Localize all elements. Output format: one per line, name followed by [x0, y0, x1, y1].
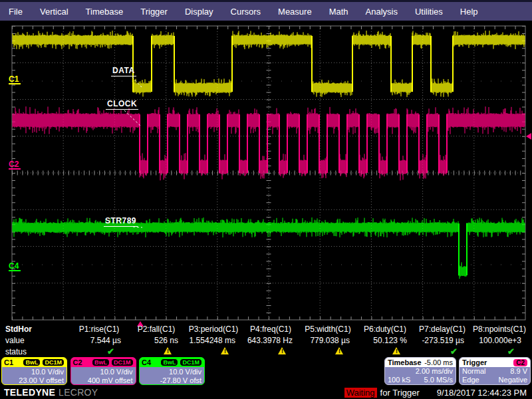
menu-item-file[interactable]: File: [0, 7, 31, 17]
datetime-display: 9/18/2017 12:44:23 PM: [437, 388, 527, 398]
bwl-badge: BwL: [92, 358, 110, 366]
menu-item-measure[interactable]: Measure: [269, 7, 321, 17]
channel-marker-c1[interactable]: C1: [9, 75, 21, 84]
menu-item-timebase[interactable]: Timebase: [77, 7, 132, 17]
dc1m-badge: DC1M: [111, 358, 134, 366]
measurement-value-p8: 100.000e+3: [471, 336, 528, 345]
status-ok-icon: ✔: [450, 346, 458, 356]
trigger-header: Trigger C2: [460, 358, 530, 367]
status-warning-icon: [221, 347, 229, 354]
measurement-param-p4[interactable]: P4:freq(C1): [242, 325, 299, 334]
status-bar: TELEDYNE LECROY Waiting for Trigger 9/18…: [0, 386, 532, 399]
brand-teledyne: TELEDYNE: [4, 387, 55, 398]
measurement-panel: StdHorP1:rise(C1)P2:fall(C1)P3:period(C1…: [0, 323, 532, 357]
trace-annotation-str789: STR789: [104, 216, 138, 227]
brand-lecroy: LECROY: [59, 387, 98, 398]
trigger-level: 8.9 V: [510, 367, 527, 376]
menu-item-math[interactable]: Math: [321, 7, 357, 17]
trigger-level-marker[interactable]: [526, 133, 531, 140]
menu-item-utilities[interactable]: Utilities: [406, 7, 452, 17]
channel-offset: -27.80 V ofst: [142, 376, 201, 385]
measurement-param-p1[interactable]: P1:rise(C1): [70, 325, 128, 334]
menu-item-help[interactable]: Help: [452, 7, 487, 17]
channel-marker-c2[interactable]: C2: [9, 160, 21, 170]
bwl-badge: BwL: [160, 358, 178, 366]
measurement-param-p8[interactable]: P8:npoints(C1): [471, 325, 528, 334]
measurement-param-p6[interactable]: P6:duty(C1): [356, 325, 414, 334]
measure-set-label: StdHor: [0, 325, 70, 334]
channel-id-label: C2: [73, 358, 90, 366]
channel-descriptor-c2[interactable]: C2BwLDC1M10.0 V/div400 mV offset: [70, 357, 136, 385]
trigger-slope: Negative: [499, 376, 527, 384]
measurement-value-p7: -273.519 µs: [414, 336, 471, 345]
trigger-type: Edge: [462, 376, 479, 384]
measurement-param-p3[interactable]: P3:period(C1): [185, 325, 242, 334]
measurement-value-p5: 779.038 µs: [299, 336, 356, 345]
timebase-offset: -5.00 ms: [424, 358, 453, 366]
trace-str789[interactable]: [13, 217, 525, 279]
measurement-value-p6: 50.123 %: [356, 336, 414, 345]
trace-annotation-clock: CLOCK: [106, 99, 138, 110]
channel-id-label: C4: [142, 358, 159, 366]
dc1m-badge: DC1M: [180, 358, 202, 366]
channel-marker-c4[interactable]: C4: [9, 262, 21, 271]
channel-descriptor-c1[interactable]: C1BwLDC1M10.0 V/div23.00 V offset: [1, 357, 67, 385]
channel-vdiv: 10.0 V/div: [5, 368, 64, 376]
menu-item-cursors[interactable]: Cursors: [222, 7, 270, 17]
menu-item-display[interactable]: Display: [176, 7, 222, 17]
measurement-param-p2[interactable]: P2:fall(C1): [128, 325, 185, 334]
timebase-title: Timebase: [388, 358, 422, 366]
descriptor-row: Timebase -5.00 ms 2.00 ms/div 100 kS 5.0…: [0, 357, 532, 385]
status-warning-icon: [392, 347, 400, 354]
trigger-descriptor[interactable]: Trigger C2 Normal 8.9 V Edge Negative: [459, 357, 531, 385]
measurement-param-p7[interactable]: P7:delay(C1): [414, 325, 471, 334]
channel-descriptor-c4[interactable]: C4BwLDC1M10.0 V/div-27.80 V ofst: [139, 357, 205, 385]
bwl-badge: BwL: [23, 358, 41, 366]
dc1m-badge: DC1M: [42, 358, 65, 366]
measurement-value-p1: 7.544 µs: [70, 336, 128, 345]
status-ok-icon: ✔: [507, 346, 515, 356]
measurement-value-p3: 1.554248 ms: [185, 336, 242, 345]
channel-vdiv: 10.0 V/div: [74, 368, 133, 376]
timebase-samples: 100 kS: [388, 376, 410, 384]
trigger-mode: Normal: [462, 367, 485, 376]
menu-item-vertical[interactable]: Vertical: [31, 7, 77, 17]
measurement-value-p2: 526 ns: [128, 336, 185, 345]
status-row-label: status: [0, 347, 70, 356]
channel-id-label: C1: [4, 358, 21, 366]
menu-item-trigger[interactable]: Trigger: [132, 7, 176, 17]
value-row-label: value: [0, 336, 70, 345]
menu-item-analysis[interactable]: Analysis: [357, 7, 406, 17]
timebase-scale: 2.00 ms/div: [416, 367, 453, 376]
timebase-samplerate: 5.0 MS/s: [424, 376, 453, 384]
status-warning-icon: [335, 347, 343, 354]
trigger-status-badge: Waiting: [344, 388, 377, 398]
trigger-title: Trigger: [462, 358, 487, 366]
status-warning-icon: [164, 347, 172, 354]
channel-vdiv: 10.0 V/div: [142, 368, 201, 376]
channel-offset: 400 mV offset: [74, 376, 133, 385]
status-warning-icon: [278, 347, 286, 354]
measurement-value-p4: 643.3978 Hz: [242, 336, 299, 345]
trigger-source-badge: C2: [513, 359, 527, 366]
status-ok-icon: ✔: [107, 346, 114, 356]
trigger-status-text: for Trigger: [380, 388, 420, 398]
timebase-descriptor[interactable]: Timebase -5.00 ms 2.00 ms/div 100 kS 5.0…: [384, 357, 456, 385]
measurement-param-p5[interactable]: P5:width(C1): [299, 325, 356, 334]
channel-offset: 23.00 V offset: [5, 376, 64, 385]
trace-annotation-data: DATA: [111, 66, 136, 76]
menu-bar: FileVerticalTimebaseTriggerDisplayCursor…: [0, 0, 532, 21]
timebase-header: Timebase -5.00 ms: [385, 358, 456, 367]
